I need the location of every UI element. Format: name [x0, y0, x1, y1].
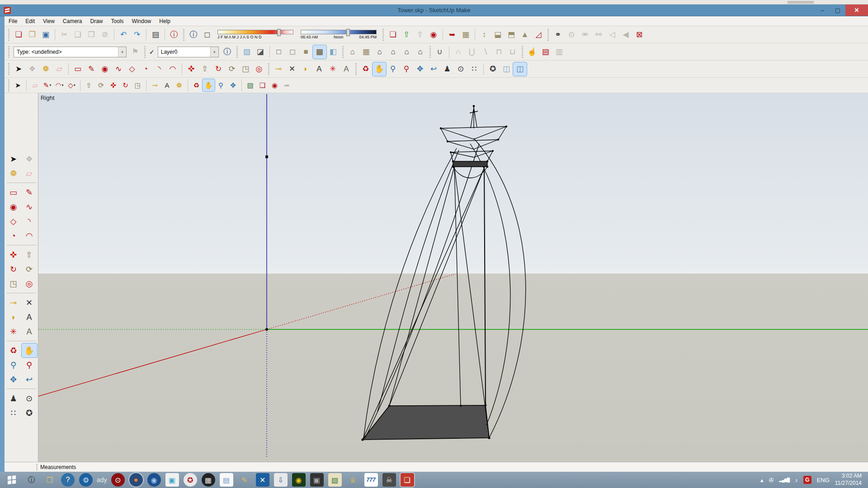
toolbar-grip[interactable] [8, 46, 9, 58]
chevron-down-icon[interactable]: ▾ [210, 47, 218, 57]
zoom-tool-button[interactable]: ⚲ [386, 62, 400, 76]
view-top-button[interactable]: ▦ [359, 45, 373, 59]
flip-edge-button[interactable]: ◿ [532, 28, 545, 42]
pal-follow-me-tool[interactable]: ⟳ [22, 262, 37, 276]
save-model-button[interactable]: ▣ [39, 28, 52, 42]
move-tool-button[interactable]: ✜ [184, 62, 198, 76]
view-left-button[interactable]: ⌂ [414, 45, 427, 59]
dimension-tool-button[interactable]: ✕ [285, 62, 299, 76]
sandbox-from-scratch-button[interactable]: ▦ [459, 28, 472, 42]
pal-arc-2point-tool[interactable]: ◝ [22, 214, 37, 228]
pal-rectangle-tool[interactable]: ▭ [6, 185, 21, 199]
pie-tool-button[interactable]: ◔ [139, 62, 152, 76]
move-tool-button-2[interactable]: ✜ [107, 79, 119, 91]
toolbar-grip[interactable] [144, 46, 146, 58]
wireframe-style-button[interactable]: □ [272, 45, 286, 59]
add-location-button[interactable]: ▧ [244, 79, 256, 91]
dropdown-caret-icon[interactable]: ▾ [49, 83, 51, 87]
orbit-tool-button-2[interactable]: ♻ [190, 79, 203, 91]
pal-polygon-tool[interactable]: ◇ [6, 214, 21, 228]
push-pull-tool-button[interactable]: ⇧ [198, 62, 212, 76]
line-tool-button[interactable]: ✎ [85, 62, 98, 76]
solar-north-button[interactable]: ✪ [486, 62, 500, 76]
component-options-button[interactable]: ▤ [539, 45, 552, 59]
view-iso-button[interactable]: ⌂ [346, 45, 359, 59]
network-signal-icon[interactable]: ▂▄▆█ [779, 478, 790, 482]
arc-tool-button[interactable]: ◠ [166, 62, 179, 76]
document-app[interactable]: ▤ [220, 473, 233, 487]
reset-camera-button[interactable]: ⊠ [632, 28, 646, 42]
create-camera-button[interactable]: ⚭ [551, 28, 565, 42]
sandbox-from-contours-button[interactable]: ➥ [445, 28, 459, 42]
extension-warehouse-button[interactable]: ◉ [427, 28, 440, 42]
pal-dimension-tool[interactable]: ✕ [22, 296, 37, 310]
pal-position-camera[interactable]: ♟ [6, 391, 21, 405]
menu-item[interactable]: Camera [59, 16, 86, 26]
walk-tool-button[interactable]: ∷ [467, 62, 481, 76]
time-slider-thumb[interactable] [346, 29, 350, 36]
outer-shell-button[interactable]: ∪ [433, 45, 447, 59]
shaded-style-button[interactable]: ■ [299, 45, 313, 59]
photos-app[interactable]: ▣ [165, 473, 179, 487]
print-button[interactable]: ▤ [149, 28, 162, 42]
zoom-extents-button-2[interactable]: ✥ [227, 79, 239, 91]
date-slider-thumb[interactable] [277, 29, 281, 36]
compass-app[interactable]: ✪ [184, 473, 197, 487]
paint-bucket-button-2[interactable]: ❁ [173, 79, 185, 91]
display-section-planes-button[interactable]: ◫ [500, 62, 513, 76]
hidden-line-style-button[interactable]: ◻ [286, 45, 299, 59]
open-model-button[interactable]: ❐ [25, 28, 39, 42]
shadow-time-slider[interactable]: 06:43 AM Noon 04:45 PM [301, 30, 377, 39]
taskbar-clock[interactable]: 3:02 AM 11/27/2014 [835, 473, 862, 487]
skull-app[interactable]: ☠ [382, 473, 396, 487]
pal-zoom-extents[interactable]: ✥ [6, 372, 21, 386]
volume-icon[interactable]: ♪ [795, 477, 798, 483]
zoom-previous-button[interactable]: ↩ [427, 62, 440, 76]
menu-item[interactable]: Help [155, 16, 175, 26]
undo-button[interactable]: ↶ [117, 28, 130, 42]
share-model-button-2[interactable]: ◉ [269, 79, 281, 91]
line-tool-button-2[interactable]: ✎▾ [41, 79, 53, 91]
pal-zoom-tool[interactable]: ⚲ [6, 358, 21, 372]
redo-button[interactable]: ↷ [130, 28, 144, 42]
pal-walk-tool[interactable]: ∷ [6, 406, 21, 420]
follow-me-tool-button-2[interactable]: ⟳ [95, 79, 107, 91]
sketchup-app[interactable]: ❏ [401, 473, 414, 487]
pal-arc-tool[interactable]: ◠ [22, 229, 37, 243]
menu-item[interactable]: Tools [107, 16, 128, 26]
freehand-tool-button[interactable]: ∿ [112, 62, 125, 76]
pal-solar-north[interactable]: ✪ [22, 406, 37, 420]
view-right-button[interactable]: ⌂ [387, 45, 400, 59]
view-front-button[interactable]: ⌂ [373, 45, 387, 59]
zoom-extents-button[interactable]: ✥ [413, 62, 427, 76]
shadow-date-slider[interactable]: J F M A M J J A S O N D [217, 30, 293, 39]
shadow-toggle-button[interactable]: ◻ [200, 28, 214, 42]
download-manager-app[interactable]: ⇩ [274, 473, 288, 487]
layer-manager-button[interactable]: ⓘ [221, 45, 234, 59]
arc-2point-tool-button[interactable]: ◝ [152, 62, 166, 76]
pencil-app[interactable]: ✎ [238, 473, 251, 487]
rotate-tool-button-2[interactable]: ↻ [119, 79, 132, 91]
pal-rotate-tool[interactable]: ↻ [6, 262, 21, 276]
share-model-button[interactable]: ⇧ [400, 28, 413, 42]
power-app[interactable]: ⊙ [111, 473, 125, 487]
media-app[interactable]: ◉ [292, 473, 306, 487]
pal-orbit-tool[interactable]: ♻ [6, 343, 21, 357]
menu-item[interactable]: View [39, 16, 59, 26]
eraser-tool-button-2[interactable]: ▱ [29, 79, 41, 91]
pal-offset-tool[interactable]: ◎ [22, 277, 37, 291]
pan-tool-button-2[interactable]: ✋ [203, 79, 215, 91]
pal-circle-tool[interactable]: ◉ [6, 200, 21, 214]
protractor-tool-button[interactable]: ◗ [299, 62, 312, 76]
pal-move-tool[interactable]: ✜ [6, 248, 21, 262]
language-indicator[interactable]: ENG [817, 477, 830, 483]
rotate-tool-button[interactable]: ↻ [212, 62, 225, 76]
circle-tool-button[interactable]: ◉ [98, 62, 112, 76]
menu-item[interactable]: Edit [21, 16, 39, 26]
camera-app[interactable]: ▣ [310, 473, 324, 487]
antivirus-shield-icon[interactable]: G [803, 476, 811, 484]
tray-expand-icon[interactable]: ▴ [760, 477, 764, 483]
offset-tool-button[interactable]: ◎ [252, 62, 266, 76]
polygon-tool-button[interactable]: ◇ [125, 62, 139, 76]
system-info-app[interactable]: ⓘ [25, 473, 38, 487]
